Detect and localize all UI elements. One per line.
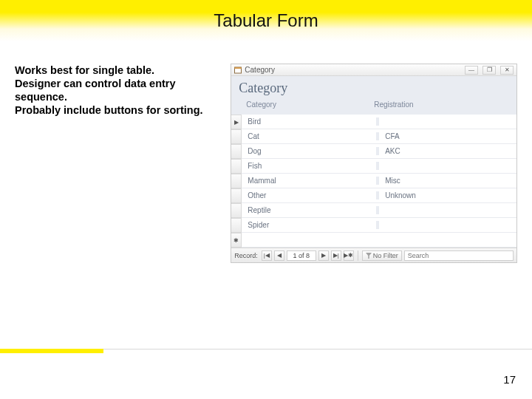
filter-status[interactable]: No Filter xyxy=(362,250,402,261)
record-selector-new[interactable]: ✱ xyxy=(231,233,241,248)
cell-category[interactable]: Spider xyxy=(242,221,379,229)
bullet-line: Designer can control data entry sequence… xyxy=(15,77,220,103)
search-input[interactable] xyxy=(404,250,514,261)
bullet-text: Works best for single table. Designer ca… xyxy=(15,64,220,263)
record-selector[interactable] xyxy=(231,144,241,159)
cell-registration[interactable]: AKC xyxy=(379,147,516,155)
cell-category[interactable]: Cat xyxy=(242,132,379,140)
form-icon xyxy=(234,66,242,74)
table-row[interactable]: Fish xyxy=(242,159,516,174)
record-selector-column: ▶ ✱ xyxy=(231,115,242,248)
form-header: Category Category Registration xyxy=(231,76,516,115)
footer-accent xyxy=(0,349,103,353)
nav-label: Record: xyxy=(234,252,258,259)
svg-marker-2 xyxy=(366,253,372,259)
nav-new-record-button[interactable]: ▶✱ xyxy=(344,250,354,261)
column-header-category[interactable]: Category xyxy=(246,100,374,109)
table-row[interactable]: Spider xyxy=(242,218,516,233)
table-row[interactable]: Mammal Misc xyxy=(242,174,516,188)
data-column: Bird Cat CFA Dog AKC Fish Mammal Mis xyxy=(242,115,516,248)
record-selector[interactable] xyxy=(231,174,241,188)
restore-button[interactable]: ❐ xyxy=(482,66,496,75)
table-row[interactable]: Reptile xyxy=(242,203,516,218)
page-number: 17 xyxy=(503,373,516,386)
svg-rect-1 xyxy=(235,67,242,69)
footer-rule xyxy=(0,349,532,358)
page-title: Tabular Form xyxy=(214,10,318,31)
window-titlebar: Category — ❐ ✕ xyxy=(231,64,516,76)
separator-icon xyxy=(358,250,358,261)
cell-registration[interactable]: Unknown xyxy=(379,191,516,200)
column-header-registration[interactable]: Registration xyxy=(374,100,502,109)
table-row[interactable]: Dog AKC xyxy=(242,144,516,159)
table-row[interactable]: Bird xyxy=(242,115,516,129)
filter-status-label: No Filter xyxy=(373,252,398,259)
cell-category[interactable]: Bird xyxy=(242,117,379,126)
record-selector[interactable] xyxy=(231,188,241,203)
cell-registration[interactable]: CFA xyxy=(379,132,516,140)
cell-category[interactable]: Reptile xyxy=(242,206,379,214)
funnel-icon xyxy=(366,253,372,259)
table-row[interactable]: Cat CFA xyxy=(242,129,516,144)
table-row-new[interactable] xyxy=(242,233,516,248)
bullet-line: Probably include buttons for sorting. xyxy=(15,103,220,117)
cell-category[interactable]: Dog xyxy=(242,147,379,155)
record-selector[interactable] xyxy=(231,159,241,174)
cell-category[interactable]: Fish xyxy=(242,162,379,170)
record-selector[interactable] xyxy=(231,203,241,218)
record-selector[interactable] xyxy=(231,129,241,144)
nav-next-button[interactable]: ▶ xyxy=(318,250,329,261)
body-area: Works best for single table. Designer ca… xyxy=(0,41,532,263)
form-title: Category xyxy=(239,81,509,96)
access-form-window: Category — ❐ ✕ Category Category Registr… xyxy=(231,64,517,263)
column-headers: Category Registration xyxy=(239,96,509,112)
close-button[interactable]: ✕ xyxy=(500,66,514,75)
cell-registration[interactable]: Misc xyxy=(379,177,516,185)
grid-body: ▶ ✱ Bird Cat CFA Do xyxy=(231,115,516,248)
table-row[interactable]: Other Unknown xyxy=(242,188,516,203)
title-banner: Tabular Form xyxy=(0,0,532,41)
nav-last-button[interactable]: ▶| xyxy=(331,250,341,261)
record-selector-current[interactable]: ▶ xyxy=(231,115,241,129)
nav-first-button[interactable]: |◀ xyxy=(262,250,272,261)
record-navigation-bar: Record: |◀ ◀ 1 of 8 ▶ ▶| ▶✱ No Filter xyxy=(231,248,516,262)
tab-label[interactable]: Category xyxy=(245,66,275,74)
nav-prev-button[interactable]: ◀ xyxy=(274,250,284,261)
nav-record-counter[interactable]: 1 of 8 xyxy=(287,250,316,261)
cell-category[interactable]: Other xyxy=(242,191,379,200)
bullet-line: Works best for single table. xyxy=(15,64,220,77)
record-selector[interactable] xyxy=(231,218,241,233)
cell-category[interactable]: Mammal xyxy=(242,177,379,185)
minimize-button[interactable]: — xyxy=(465,66,478,75)
